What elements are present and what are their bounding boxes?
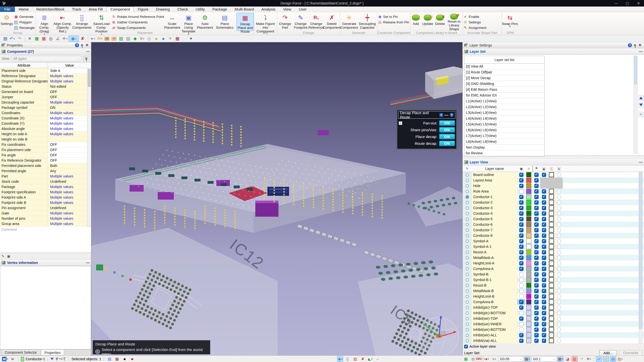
print-color-checkbox[interactable] [548, 205, 555, 211]
attribute-row[interactable]: Decoupling capacitor Multiple values [0, 100, 87, 105]
print-color-checkbox[interactable] [548, 183, 555, 189]
print-visibility-checkbox[interactable] [540, 205, 548, 211]
layer-set-item[interactable]: L1(Active) L1(View) [464, 98, 544, 104]
route-mode-icon[interactable] [375, 356, 381, 362]
layer-color-swatch[interactable] [525, 216, 533, 222]
layer-row[interactable]: CompArea-B [463, 299, 644, 305]
comment-list-icon[interactable]: ▣ [7, 254, 13, 258]
layer-row[interactable]: MetalMask-B [463, 288, 644, 294]
generate-button[interactable]: Generate [14, 14, 35, 19]
vertex-section-header[interactable]: Vertex information — [0, 259, 91, 266]
selectable-checkbox[interactable] [533, 216, 540, 222]
via-grid-dropdown[interactable]: G0.1⌄ [531, 356, 556, 362]
change-footprint-button[interactable]: Change Footprint [293, 13, 308, 31]
via-grid-toggle-button[interactable] [557, 356, 564, 362]
swap-pins-button[interactable]: Swap Pins▾ [502, 13, 518, 31]
layer-row[interactable]: Board outline [463, 172, 644, 177]
rings-icon[interactable] [146, 36, 152, 42]
active-layer-radio[interactable] [463, 327, 472, 332]
active-layer-radio[interactable] [463, 238, 472, 244]
print-color-checkbox[interactable] [548, 172, 555, 177]
print-select-checkbox[interactable] [555, 288, 563, 294]
menu-item[interactable]: Restriction/Block [32, 7, 68, 12]
visibility-checkbox[interactable] [517, 222, 525, 227]
component-status-icon[interactable] [352, 356, 358, 362]
visibility-checkbox[interactable] [517, 316, 525, 321]
attribute-row[interactable]: Jumper OFF [0, 95, 87, 100]
print-visibility-checkbox[interactable] [540, 216, 548, 222]
selectable-checkbox[interactable] [533, 189, 540, 194]
accurate-enable-button[interactable]: Enable [463, 14, 487, 19]
black-sphere-icon[interactable] [122, 356, 128, 362]
attribute-row[interactable]: Fix angle OFF [0, 153, 87, 158]
active-layer-radio[interactable] [463, 310, 472, 316]
print-select-checkbox[interactable] [555, 272, 563, 277]
toggle-on-button[interactable]: ON [439, 141, 455, 146]
print-visibility-checkbox[interactable] [540, 299, 548, 305]
menu-item[interactable]: Figure [134, 7, 152, 12]
edit-comment-icon[interactable]: ✎ [2, 254, 7, 258]
panel-tab[interactable]: Properties [41, 350, 64, 355]
drc-mode-button[interactable]: DRC [477, 356, 483, 362]
cut-icon[interactable] [360, 356, 366, 362]
layer-row[interactable]: Inhibit(plc)-TOP [463, 305, 644, 310]
print-select-checkbox[interactable] [555, 249, 563, 255]
attribute-row[interactable]: Coordinates Multiple values [0, 110, 87, 116]
layer-set-item[interactable]: [0] View All [464, 64, 544, 69]
layer-set-item[interactable]: Non Display [464, 145, 544, 150]
attribute-row[interactable]: Reference Designator Multiple values [0, 73, 87, 79]
layer-color-swatch[interactable] [525, 211, 533, 216]
library-update-button[interactable]: Update [421, 13, 434, 31]
attribute-row[interactable]: Fix coordinates OFF [0, 142, 87, 147]
active-layer-radio[interactable] [463, 260, 472, 266]
menu-item[interactable]: Multi-Board [231, 7, 258, 12]
print-color-checkbox[interactable] [548, 327, 555, 332]
print-visibility-checkbox[interactable] [540, 211, 548, 216]
layer-color-swatch[interactable] [525, 277, 533, 283]
visibility-checkbox[interactable] [517, 299, 525, 305]
print-select-checkbox[interactable] [555, 194, 563, 200]
layer-row[interactable]: Conductor-5 [463, 216, 644, 222]
attribute-row[interactable]: Pin assignment Undefined [0, 205, 87, 211]
selectable-checkbox[interactable] [533, 260, 540, 266]
zoom-box-icon[interactable] [48, 36, 54, 42]
layer-row[interactable]: Conductor-4 [463, 211, 644, 216]
active-layer-radio[interactable] [463, 177, 472, 183]
visibility-checkbox[interactable] [517, 238, 525, 244]
print-select-checkbox[interactable] [555, 332, 563, 338]
print-visibility-checkbox[interactable] [540, 332, 548, 338]
move-down-button[interactable] [638, 102, 643, 108]
active-layer-radio[interactable] [463, 227, 472, 233]
layer-set-item[interactable]: [3] GND Shielding [464, 81, 544, 87]
attribute-table-scrollbar[interactable] [87, 68, 91, 226]
layer-shape-icon[interactable] [367, 356, 373, 362]
active-layer-radio[interactable] [463, 338, 472, 343]
lamp-icon[interactable] [167, 36, 174, 42]
print-color-checkbox[interactable] [548, 299, 555, 305]
move-up-button[interactable] [638, 95, 643, 101]
selectable-checkbox[interactable] [533, 332, 540, 338]
print-select-checkbox[interactable] [555, 299, 563, 305]
visibility-checkbox[interactable] [517, 283, 525, 288]
attribute-row[interactable]: Gate Multiple values [0, 211, 87, 216]
layer-set-item[interactable]: L5(Active) L5(View) [464, 121, 544, 127]
active-layer-radio[interactable] [463, 272, 472, 277]
print-select-checkbox[interactable] [555, 222, 563, 227]
board-fit-icon[interactable] [41, 36, 47, 42]
print-select-checkbox[interactable] [555, 338, 563, 343]
scale-placement-button[interactable]: Scale Placement [164, 13, 180, 31]
view-type-dropdown[interactable]: All types⌄ [12, 56, 82, 61]
layer-row[interactable]: Symbol-A-1 [463, 244, 644, 249]
selectable-checkbox[interactable] [533, 211, 540, 216]
print-visibility-checkbox[interactable] [540, 194, 548, 200]
visibility-checkbox[interactable] [517, 216, 525, 222]
component-list-button[interactable] [617, 356, 623, 362]
print-visibility-checkbox[interactable] [540, 288, 548, 294]
visibility-checkbox[interactable] [517, 211, 525, 216]
visibility-checkbox[interactable] [517, 233, 525, 238]
board-view-icon[interactable] [33, 36, 40, 42]
settings-button[interactable]: Settings [0, 13, 14, 31]
lock-all-icon[interactable] [104, 36, 110, 42]
print-visibility-checkbox[interactable] [540, 189, 548, 194]
print-select-checkbox[interactable] [555, 216, 563, 222]
